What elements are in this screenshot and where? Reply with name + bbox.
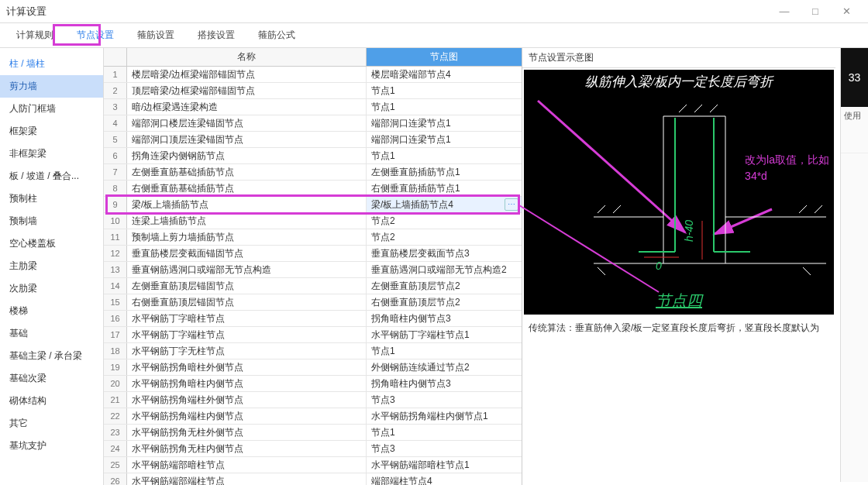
table-row[interactable]: 14左侧垂直筋顶层锚固节点左侧垂直筋顶层节点2 [104,278,522,294]
row-num: 14 [104,278,127,294]
table-row[interactable]: 1楼层暗梁/边框梁端部锚固节点楼层暗梁端部节点4 [104,67,522,83]
row-num: 9 [104,197,127,212]
row-img[interactable]: 拐角暗柱内侧节点3 [367,376,522,391]
sidebar-item-precast-column[interactable]: 预制柱 [0,187,103,210]
table-row[interactable]: 15右侧垂直筋顶层锚固节点右侧垂直筋顶层节点2 [104,294,522,311]
col-name[interactable]: 名称 [127,48,367,66]
row-img[interactable]: 右侧垂直筋顶层节点2 [367,294,522,310]
row-img[interactable]: 端部洞口连梁节点1 [367,132,522,147]
tab-stirrup-formula[interactable]: 箍筋公式 [246,23,307,47]
sidebar-item-masonry[interactable]: 砌体结构 [0,390,103,412]
diagram-note: 改为la取值，比如 34*d [745,152,829,184]
sidebar-item-nonframebeam[interactable]: 非框架梁 [0,143,103,165]
table-row[interactable]: 2顶层暗梁/边框梁端部锚固节点节点1 [104,83,522,99]
row-num: 11 [104,229,127,245]
sidebar-item-precast-wall[interactable]: 预制墙 [0,210,103,232]
sidebar-item-secondary-rib[interactable]: 次肋梁 [0,277,103,300]
row-img[interactable]: 垂直筋遇洞口或端部无节点构造2 [367,262,522,277]
row-img[interactable]: 梁/板上墙插筋节点4⋯ [367,197,522,212]
close-button[interactable]: ✕ [831,2,862,21]
row-img[interactable]: 节点3 [367,392,522,408]
table-row[interactable]: 13垂直钢筋遇洞口或端部无节点构造垂直筋遇洞口或端部无节点构造2 [104,262,522,278]
minimize-button[interactable]: — [769,2,800,21]
row-img[interactable]: 节点2 [367,229,522,245]
table-row[interactable]: 16水平钢筋丁字暗柱节点拐角暗柱内侧节点3 [104,311,522,327]
row-img[interactable]: 端部端柱节点4 [367,473,522,485]
row-img[interactable]: 水平钢筋端部暗柱节点1 [367,457,522,473]
sidebar-item-slab[interactable]: 板 / 坡道 / 叠合... [0,165,103,187]
table-row[interactable]: 5端部洞口顶层连梁锚固节点端部洞口连梁节点1 [104,132,522,148]
row-num: 16 [104,311,127,326]
table-row[interactable]: 21水平钢筋拐角端柱外侧节点节点3 [104,392,522,408]
sidebar-item-other[interactable]: 其它 [0,412,103,435]
table-row[interactable]: 10连梁上墙插筋节点节点2 [104,213,522,229]
table-row[interactable]: 4端部洞口楼层连梁锚固节点端部洞口连梁节点1 [104,115,522,132]
sidebar-item-hollow-slab[interactable]: 空心楼盖板 [0,232,103,255]
sidebar-item-framebeam[interactable]: 框架梁 [0,120,103,143]
row-img[interactable]: 水平钢筋拐角端柱内侧节点1 [367,408,522,424]
table-row[interactable]: 7左侧垂直筋基础插筋节点左侧垂直筋插筋节点1 [104,164,522,181]
row-img[interactable]: 拐角暗柱内侧节点3 [367,311,522,326]
table-row[interactable]: 24水平钢筋拐角无柱内侧节点节点3 [104,441,522,457]
row-img[interactable]: 楼层暗梁端部节点4 [367,67,522,82]
sidebar-item-pit[interactable]: 基坑支护 [0,435,103,457]
table-body: 1楼层暗梁/边框梁端部锚固节点楼层暗梁端部节点42顶层暗梁/边框梁端部锚固节点节… [104,67,522,485]
sidebar-item-stairs[interactable]: 楼梯 [0,300,103,322]
row-img[interactable]: 外侧钢筋连续通过节点2 [367,359,522,375]
table-row[interactable]: 11预制墙上剪力墙插筋节点节点2 [104,229,522,246]
table-row[interactable]: 8右侧垂直筋基础插筋节点右侧垂直筋插筋节点1 [104,181,522,197]
tab-bar: 计算规则 节点设置 箍筋设置 搭接设置 箍筋公式 [0,23,868,48]
row-img[interactable]: 节点2 [367,213,522,229]
row-img[interactable]: 右侧垂直筋插筋节点1 [367,181,522,196]
row-name: 拐角连梁内侧钢筋节点 [127,148,367,163]
tab-stirrup-settings[interactable]: 箍筋设置 [126,23,186,47]
sidebar-item-shearwall[interactable]: 剪力墙 [0,75,103,98]
svg-line-1 [715,209,772,234]
sidebar-item-foundation-sub-beam[interactable]: 基础次梁 [0,367,103,390]
row-img[interactable]: 左侧垂直筋插筋节点1 [367,164,522,180]
row-img[interactable]: 节点1 [367,99,522,115]
row-num: 7 [104,164,127,180]
row-img[interactable]: 垂直筋楼层变截面节点3 [367,246,522,261]
table-row[interactable]: 18水平钢筋丁字无柱节点节点1 [104,343,522,359]
row-name: 左侧垂直筋顶层锚固节点 [127,278,367,294]
row-img[interactable]: 节点1 [367,425,522,440]
row-name: 楼层暗梁/边框梁端部锚固节点 [127,67,367,82]
table-row[interactable]: 25水平钢筋端部暗柱节点水平钢筋端部暗柱节点1 [104,457,522,473]
sidebar-item-airdefense[interactable]: 人防门框墙 [0,98,103,120]
table-row[interactable]: 12垂直筋楼层变截面锚固节点垂直筋楼层变截面节点3 [104,246,522,262]
tab-calc-rules[interactable]: 计算规则 [5,23,65,47]
ellipsis-button[interactable]: ⋯ [505,198,518,211]
table-row[interactable]: 17水平钢筋丁字端柱节点水平钢筋丁字端柱节点1 [104,327,522,343]
row-img[interactable]: 端部洞口连梁节点1 [367,115,522,131]
row-img[interactable]: 节点3 [367,441,522,456]
sidebar-item-main-rib[interactable]: 主肋梁 [0,255,103,277]
sidebar-item-foundation-beam[interactable]: 基础主梁 / 承台梁 [0,345,103,367]
workspace: 柱 / 墙柱 剪力墙 人防门框墙 框架梁 非框架梁 板 / 坡道 / 叠合...… [0,48,868,485]
table-row[interactable]: 26水平钢筋端部端柱节点端部端柱节点4 [104,473,522,485]
row-name: 水平钢筋端部暗柱节点 [127,457,367,473]
row-img[interactable]: 节点1 [367,148,522,163]
table-row[interactable]: 3暗/边框梁遇连梁构造节点1 [104,99,522,115]
tab-lap-settings[interactable]: 搭接设置 [186,23,246,47]
row-name: 连梁上墙插筋节点 [127,213,367,229]
table-row[interactable]: 6拐角连梁内侧钢筋节点节点1 [104,148,522,164]
table-row[interactable]: 23水平钢筋拐角无柱外侧节点节点1 [104,425,522,441]
row-name: 水平钢筋丁字暗柱节点 [127,311,367,326]
col-img[interactable]: 节点图 [367,48,522,66]
row-img[interactable]: 水平钢筋丁字端柱节点1 [367,327,522,342]
sidebar-item-foundation[interactable]: 基础 [0,322,103,345]
table-row[interactable]: 20水平钢筋拐角暗柱内侧节点拐角暗柱内侧节点3 [104,376,522,392]
table-row[interactable]: 9梁/板上墙插筋节点梁/板上墙插筋节点4⋯ [104,197,522,213]
row-img[interactable]: 节点1 [367,343,522,359]
svg-line-6 [613,205,621,213]
row-img[interactable]: 左侧垂直筋顶层节点2 [367,278,522,294]
table-row[interactable]: 22水平钢筋拐角端柱内侧节点水平钢筋拐角端柱内侧节点1 [104,408,522,425]
sidebar-item-column[interactable]: 柱 / 墙柱 [0,53,103,75]
row-num: 17 [104,327,127,342]
row-img[interactable]: 节点1 [367,83,522,98]
row-num: 20 [104,376,127,391]
tab-node-settings[interactable]: 节点设置 [65,23,126,47]
table-row[interactable]: 19水平钢筋拐角暗柱外侧节点外侧钢筋连续通过节点2 [104,359,522,376]
maximize-button[interactable]: □ [800,2,831,21]
